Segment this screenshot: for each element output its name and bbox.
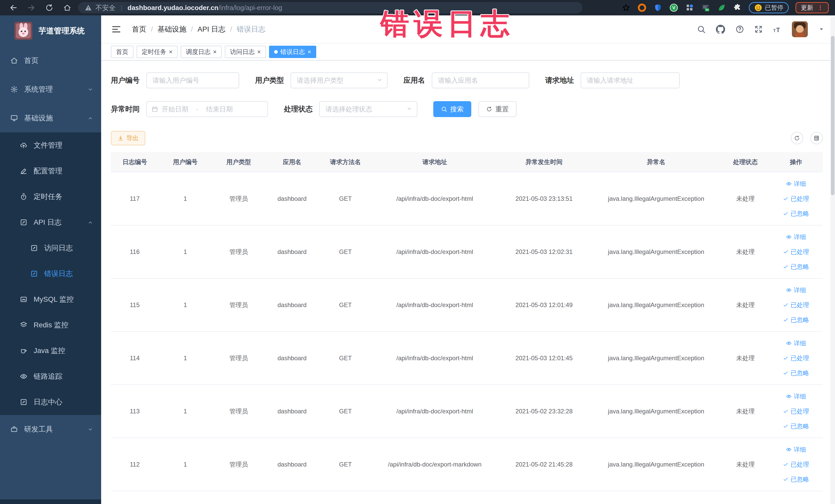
sidebar-item-home[interactable]: 首页: [0, 46, 101, 75]
action-已处理[interactable]: 已处理: [783, 248, 809, 256]
cell-status: 未处理: [721, 331, 769, 385]
reset-button[interactable]: 重置: [478, 101, 516, 117]
tag-tab[interactable]: 首页: [111, 46, 134, 58]
sidebar-collapse-icon[interactable]: [111, 24, 121, 34]
check-icon: [783, 302, 789, 308]
logo-row[interactable]: 芋道管理系统: [0, 15, 101, 46]
bookmark-star-icon[interactable]: [622, 3, 631, 12]
extension-grid-icon[interactable]: [685, 3, 694, 12]
tab-close-icon[interactable]: ×: [257, 49, 261, 55]
sidebar-item-access-log[interactable]: 访问日志: [0, 235, 101, 261]
security-label[interactable]: 不安全: [96, 3, 116, 12]
puzzle-icon[interactable]: [733, 3, 742, 12]
tag-tab[interactable]: 调度日志×: [181, 46, 222, 58]
sidebar-item-label: Redis 监控: [34, 320, 68, 330]
kebab-menu-icon[interactable]: [817, 5, 823, 11]
sidebar-item-error-log[interactable]: 错误日志: [0, 261, 101, 286]
sidebar-item-config-mgmt[interactable]: 配置管理: [0, 158, 101, 184]
end-date-placeholder[interactable]: 结束日期: [206, 105, 233, 114]
process-status-select[interactable]: [319, 101, 418, 117]
browser-back-icon[interactable]: [6, 2, 21, 13]
sidebar-item-tracing[interactable]: 链路追踪: [0, 364, 101, 389]
action-已忽略[interactable]: 已忽略: [783, 369, 809, 377]
extension-leaf-icon[interactable]: [717, 3, 726, 12]
user-id-input[interactable]: [146, 73, 239, 88]
check-icon: [783, 370, 789, 376]
tab-close-icon[interactable]: ×: [169, 49, 172, 55]
action-详细[interactable]: 详细: [786, 445, 806, 454]
browser-forward-icon[interactable]: [24, 2, 39, 13]
tab-close-icon[interactable]: ×: [307, 49, 311, 55]
search-button[interactable]: 搜索: [433, 101, 471, 117]
cell-user-id: 1: [159, 438, 212, 491]
action-已忽略[interactable]: 已忽略: [783, 316, 809, 324]
tag-tab[interactable]: 错误日志×: [269, 46, 316, 58]
doc-icon: [30, 244, 38, 252]
tab-close-icon[interactable]: ×: [213, 49, 217, 55]
action-已处理[interactable]: 已处理: [783, 301, 809, 309]
extension-orange-ring-icon[interactable]: [637, 3, 647, 12]
action-已处理[interactable]: 已处理: [783, 195, 809, 203]
date-range-picker[interactable]: 开始日期 - 结束日期: [146, 101, 268, 117]
refresh-table-button[interactable]: [791, 132, 803, 144]
action-已忽略[interactable]: 已忽略: [783, 475, 809, 483]
breadcrumb-item[interactable]: 首页: [132, 24, 146, 34]
browser-home-icon[interactable]: [60, 2, 75, 13]
action-已忽略[interactable]: 已忽略: [783, 263, 809, 271]
start-date-placeholder[interactable]: 开始日期: [162, 105, 188, 114]
active-tab-dot: [274, 50, 278, 54]
user-type-select[interactable]: [290, 73, 388, 88]
column-settings-button[interactable]: [810, 132, 823, 144]
action-label: 详细: [794, 180, 806, 188]
action-已忽略[interactable]: 已忽略: [783, 422, 809, 430]
action-详细[interactable]: 详细: [786, 339, 806, 347]
action-已忽略[interactable]: 已忽略: [783, 209, 809, 218]
github-icon[interactable]: [716, 25, 725, 34]
request-url-input[interactable]: [581, 73, 680, 88]
cell-actions: 详细已处理已忽略: [769, 385, 823, 438]
sidebar-item-redis-monitor[interactable]: Redis 监控: [0, 312, 101, 338]
extension-shield-icon[interactable]: [653, 3, 663, 12]
export-button[interactable]: 导出: [111, 131, 145, 145]
breadcrumb-item[interactable]: 基础设施: [158, 24, 186, 34]
cell-exception: java.lang.IllegalArgumentException: [591, 225, 721, 278]
cell-method: GET: [319, 385, 372, 438]
page-scrollbar[interactable]: [830, 15, 835, 504]
avatar[interactable]: [792, 21, 808, 37]
help-icon[interactable]: [735, 25, 744, 34]
app-name-input[interactable]: [432, 73, 529, 88]
breadcrumb-item[interactable]: API 日志: [198, 24, 226, 34]
sidebar-item-dev-tools[interactable]: 研发工具: [0, 415, 101, 444]
address-bar[interactable]: 不安全 | dashboard.yudao.iocoder.cn/infra/l…: [78, 2, 583, 13]
sidebar-item-system-mgmt[interactable]: 系统管理: [0, 75, 101, 104]
action-详细[interactable]: 详细: [786, 233, 806, 241]
action-详细[interactable]: 详细: [786, 392, 806, 401]
page-url[interactable]: dashboard.yudao.iocoder.cn/infra/log/api…: [127, 4, 282, 12]
extension-on-badge-icon[interactable]: on: [701, 3, 710, 12]
cloud-icon: [20, 141, 27, 149]
sidebar-item-file-mgmt[interactable]: 文件管理: [0, 133, 101, 158]
sidebar-item-scheduled-jobs[interactable]: 定时任务: [0, 184, 101, 209]
action-详细[interactable]: 详细: [786, 286, 806, 294]
action-详细[interactable]: 详细: [786, 180, 806, 188]
browser-update-button[interactable]: 更新: [795, 2, 829, 13]
user-menu-caret-icon[interactable]: [818, 26, 825, 33]
search-icon[interactable]: [697, 25, 706, 34]
sidebar-item-infrastructure[interactable]: 基础设施: [0, 104, 101, 133]
tag-tab[interactable]: 访问日志×: [225, 46, 266, 58]
filter-exception-time: 异常时间 开始日期 - 结束日期: [111, 101, 268, 117]
paused-extension-badge[interactable]: 已暂停: [749, 2, 789, 13]
sidebar-item-log-center[interactable]: 日志中心: [0, 389, 101, 415]
action-已处理[interactable]: 已处理: [783, 354, 809, 362]
action-已处理[interactable]: 已处理: [783, 460, 809, 468]
tag-tab[interactable]: 定时任务×: [137, 46, 178, 58]
sidebar-item-java-monitor[interactable]: Java 监控: [0, 338, 101, 364]
action-已处理[interactable]: 已处理: [783, 407, 809, 416]
font-size-icon[interactable]: TT: [773, 25, 781, 34]
browser-reload-icon[interactable]: [42, 2, 57, 13]
fullscreen-icon[interactable]: [754, 25, 762, 33]
sidebar-item-mysql-monitor[interactable]: MySQL 监控: [0, 286, 101, 312]
sidebar-item-api-logs[interactable]: API 日志: [0, 209, 101, 235]
scrollbar-thumb[interactable]: [831, 36, 834, 195]
extension-green-v-icon[interactable]: V: [669, 3, 678, 12]
